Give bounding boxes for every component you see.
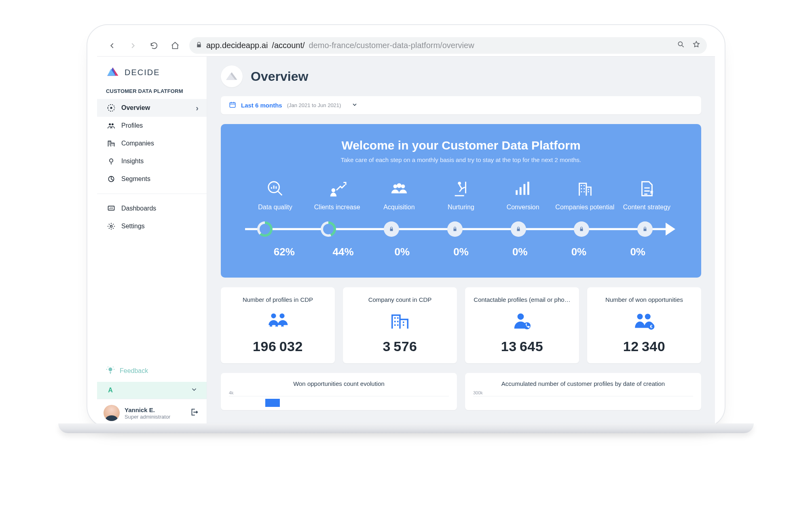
svg-point-18 <box>518 314 524 320</box>
sidebar-item-dashboards[interactable]: Dashboards <box>97 200 207 217</box>
sidebar-item-label: Profiles <box>121 122 143 129</box>
sidebar-item-label: Segments <box>121 175 150 183</box>
step-knob-7[interactable] <box>637 221 653 237</box>
sidebar-nav-primary: Overview Profiles Companies <box>97 99 207 188</box>
sidebar-item-profiles[interactable]: Profiles <box>97 117 207 135</box>
step-label: Companies potential <box>555 204 614 211</box>
chart-y-tick: 4k <box>229 390 449 395</box>
home-icon[interactable] <box>168 39 182 53</box>
sidebar-item-overview[interactable]: Overview <box>97 99 207 117</box>
people-euro-icon: € <box>633 310 656 331</box>
step-knob-1[interactable] <box>257 221 273 237</box>
svg-point-7 <box>110 225 112 227</box>
step-label: Content strategy <box>623 204 670 211</box>
page-title: Overview <box>251 69 308 84</box>
search-icon[interactable] <box>677 40 685 51</box>
people-icon <box>390 179 408 199</box>
bars-icon <box>514 179 532 199</box>
kpi-value: 3 576 <box>350 339 450 354</box>
step-percent: 0% <box>608 246 667 258</box>
brand-logo[interactable]: DECIDE <box>97 57 207 86</box>
kpi-card-companies[interactable]: Company count in CDP 3 576 <box>343 287 457 363</box>
step-companies-potential[interactable]: Companies potential <box>554 179 616 211</box>
back-icon[interactable] <box>105 39 119 53</box>
app-shell: DECIDE CUSTOMER DATA PLATFORM Overview <box>97 57 715 427</box>
kpi-value: 12 340 <box>594 339 694 354</box>
chart-y-tick: 300k <box>473 390 693 395</box>
environment-selector[interactable]: A <box>97 382 207 399</box>
reload-icon[interactable] <box>147 39 161 53</box>
step-knob-5[interactable] <box>511 221 526 237</box>
svg-point-8 <box>108 368 112 371</box>
logout-button[interactable] <box>188 406 200 420</box>
environment-letter: A <box>106 386 115 395</box>
user-footer: Yannick E. Super administrator <box>97 399 207 427</box>
step-knob-6[interactable] <box>574 221 589 237</box>
dashboards-icon <box>107 204 116 213</box>
contact-phone-icon <box>511 310 533 331</box>
chart-won-evolution[interactable]: Won opportunities count evolution 4k <box>221 373 457 410</box>
step-knob-3[interactable] <box>384 221 399 237</box>
progress-timeline <box>244 220 678 238</box>
step-clients-increase[interactable]: Clients increase <box>306 179 368 211</box>
step-percent: 44% <box>314 246 373 258</box>
sidebar-item-insights[interactable]: Insights <box>97 152 207 170</box>
step-percentages: 62% 44% 0% 0% 0% 0% 0% <box>244 246 678 258</box>
svg-point-20 <box>637 314 643 320</box>
chart-title: Won opportunities count evolution <box>229 380 449 387</box>
step-acquisition[interactable]: Acquisition <box>368 179 430 211</box>
step-percent: 0% <box>491 246 550 258</box>
svg-point-12 <box>393 184 397 188</box>
svg-point-13 <box>401 184 405 188</box>
page-logo-icon <box>221 65 243 87</box>
chart-accumulated-profiles[interactable]: Accumulated number of customer profiles … <box>465 373 701 410</box>
sidebar-item-settings[interactable]: Settings <box>97 217 207 235</box>
step-content-strategy[interactable]: Content strategy <box>616 179 678 211</box>
svg-point-3 <box>112 123 114 125</box>
sidebar-item-label: Overview <box>121 104 150 112</box>
kpi-card-won[interactable]: Number of won opportunities € 12 340 <box>587 287 701 363</box>
overview-icon <box>107 104 116 112</box>
hero-subtitle: Take care of each step on a monthly basi… <box>244 156 678 163</box>
feedback-button[interactable]: Feedback <box>97 360 207 382</box>
bulb-icon <box>106 366 115 376</box>
url-bar[interactable]: app.decideapp.ai /account/ demo-france/c… <box>189 37 707 54</box>
step-conversion[interactable]: Conversion <box>492 179 554 211</box>
avatar[interactable] <box>104 405 120 421</box>
document-icon <box>637 179 656 199</box>
main-content: Overview Last 6 months (Jan 2021 to Jun … <box>207 57 715 427</box>
svg-point-2 <box>109 123 111 125</box>
sidebar-item-segments[interactable]: Segments <box>97 170 207 188</box>
calendar-icon <box>229 101 236 109</box>
step-knob-2[interactable] <box>321 221 336 237</box>
date-range-picker[interactable]: Last 6 months (Jan 2021 to Jun 2021) <box>221 96 701 114</box>
step-data-quality[interactable]: Data quality <box>244 179 306 211</box>
timeline-arrow-icon <box>666 223 675 236</box>
kpi-card-contactable[interactable]: Contactable profiles (email or pho… 13 6… <box>465 287 579 363</box>
chart-title: Accumulated number of customer profiles … <box>473 380 693 387</box>
sidebar-section-title: CUSTOMER DATA PLATFORM <box>97 86 207 99</box>
sidebar-item-companies[interactable]: Companies <box>97 135 207 152</box>
kpi-value: 13 645 <box>472 339 572 354</box>
kpi-title: Company count in CDP <box>350 296 450 303</box>
climbing-icon <box>452 179 470 199</box>
star-icon[interactable] <box>692 40 700 51</box>
hero-title: Welcome in your Customer Data Platform <box>244 139 678 152</box>
step-knob-4[interactable] <box>447 221 463 237</box>
kpi-card-profiles[interactable]: Number of profiles in CDP 196 032 <box>221 287 335 363</box>
step-nurturing[interactable]: Nurturing <box>430 179 492 211</box>
people-stars-icon <box>266 310 289 331</box>
svg-point-15 <box>458 182 461 185</box>
step-label: Acquisition <box>383 204 414 211</box>
feedback-label: Feedback <box>120 367 148 375</box>
charts-row: Won opportunities count evolution 4k Acc… <box>221 373 701 410</box>
forward-icon[interactable] <box>126 39 140 53</box>
sidebar-item-label: Insights <box>121 158 144 165</box>
step-percent: 0% <box>550 246 609 258</box>
brand-name: DECIDE <box>125 68 160 77</box>
browser-toolbar: app.decideapp.ai /account/ demo-france/c… <box>97 35 715 57</box>
progress-steps: Data quality Clients increase <box>244 179 678 211</box>
building-icon <box>575 179 594 199</box>
step-percent: 0% <box>372 246 431 258</box>
svg-point-17 <box>279 314 284 318</box>
